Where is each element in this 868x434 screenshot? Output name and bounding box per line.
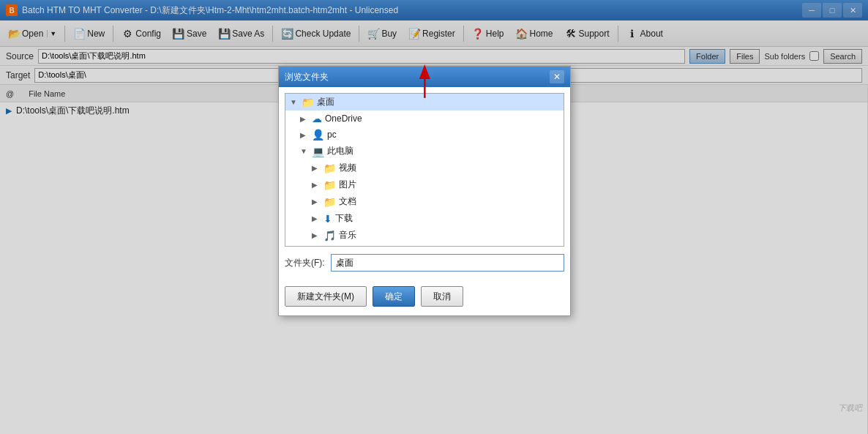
folder-input-row: 文件夹(F): — [285, 254, 564, 272]
tree-item-desktop[interactable]: ▶ 📁 桌面 — [285, 244, 564, 247]
dialog-title: 浏览文件夹 — [285, 71, 329, 83]
cloud-icon: ☁ — [312, 113, 322, 124]
new-folder-button[interactable]: 新建文件夹(M) — [285, 286, 367, 307]
chevron-right-icon: ▶ — [312, 198, 321, 206]
chevron-down-icon: ▼ — [290, 98, 299, 106]
pictures-folder-icon: 📁 — [323, 179, 336, 191]
dialog-overlay: 浏览文件夹 ✕ ▼ 📁 桌面 ▶ ☁ OneDrive ▶ 👤 — [0, 0, 868, 434]
folder-name-input[interactable] — [331, 254, 564, 272]
chevron-down-icon: ▼ — [300, 147, 309, 155]
folder-tree[interactable]: ▼ 📁 桌面 ▶ ☁ OneDrive ▶ 👤 pc ▼ 💻 此电 — [285, 93, 564, 247]
chevron-right-icon: ▶ — [300, 131, 309, 139]
chevron-right-icon: ▶ — [312, 214, 321, 222]
download-icon: ⬇ — [323, 213, 332, 225]
dialog-footer: 新建文件夹(M) 确定 取消 — [279, 286, 570, 315]
tree-item-music[interactable]: ▶ 🎵 音乐 — [285, 227, 564, 244]
folder-input-label: 文件夹(F): — [285, 257, 325, 269]
tree-item-downloads[interactable]: ▶ ⬇ 下载 — [285, 210, 564, 227]
tree-item-video[interactable]: ▶ 📁 视频 — [285, 160, 564, 176]
dialog-titlebar: 浏览文件夹 ✕ — [279, 67, 570, 87]
video-folder-icon: 📁 — [323, 162, 336, 174]
browse-folder-dialog: 浏览文件夹 ✕ ▼ 📁 桌面 ▶ ☁ OneDrive ▶ 👤 — [278, 66, 571, 316]
cancel-button[interactable]: 取消 — [421, 286, 463, 307]
computer-icon: 💻 — [312, 146, 324, 157]
desktop-folder-icon: 📁 — [323, 247, 336, 247]
ok-button[interactable]: 确定 — [373, 286, 415, 307]
chevron-right-icon: ▶ — [300, 115, 309, 123]
tree-item-pictures[interactable]: ▶ 📁 图片 — [285, 176, 564, 193]
tree-item-pc[interactable]: ▶ 👤 pc — [285, 127, 564, 143]
tree-item-documents[interactable]: ▶ 📁 文档 — [285, 193, 564, 210]
documents-folder-icon: 📁 — [323, 196, 336, 208]
dialog-body: ▼ 📁 桌面 ▶ ☁ OneDrive ▶ 👤 pc ▼ 💻 此电 — [279, 87, 570, 286]
tree-item-desktop-root[interactable]: ▼ 📁 桌面 — [285, 94, 564, 111]
tree-item-this-computer[interactable]: ▼ 💻 此电脑 — [285, 143, 564, 160]
chevron-right-icon: ▶ — [312, 231, 321, 239]
tree-item-onedrive[interactable]: ▶ ☁ OneDrive — [285, 111, 564, 127]
chevron-right-icon: ▶ — [312, 181, 321, 189]
chevron-right-icon: ▶ — [312, 164, 321, 172]
folder-icon: 📁 — [302, 97, 314, 108]
user-icon: 👤 — [312, 129, 324, 141]
music-icon: 🎵 — [323, 230, 336, 242]
dialog-close-button[interactable]: ✕ — [550, 70, 564, 83]
